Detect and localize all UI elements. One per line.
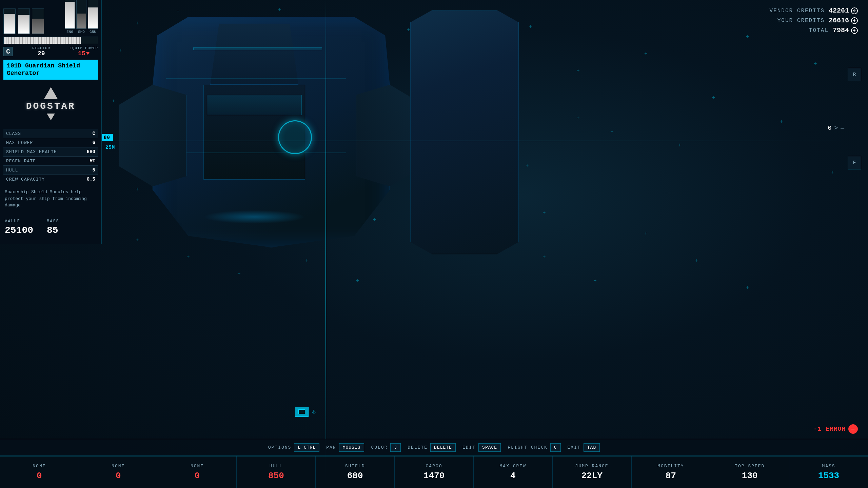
grid-mark: + [712,95,715,101]
toolbar-options: OPTIONS L CTRL [268,443,319,452]
stat-mobility-value: 87 [666,471,676,481]
delete-key[interactable]: DELETE [430,443,456,452]
stat-label-max-power: MAX POWER [3,138,79,147]
counter-value: 0 [828,125,832,131]
stat-jump-range-label: JUMP RANGE [575,464,609,469]
grid-mark: + [526,163,529,169]
reactor-bar-container [3,37,98,44]
power-bar-label-gru: GRU [90,30,96,34]
stat-top-speed: TOP SPEED 130 [710,456,789,488]
manufacturer-name: DOGSTAR [3,101,98,111]
stat-jump-range: JUMP RANGE 22LY [553,456,632,488]
stat-none-2-value: 0 [116,471,121,481]
item-stats-table: CLASS C MAX POWER 6 SHIELD MAX HEALTH 68… [3,129,98,184]
value-number: 25100 [5,225,33,236]
f-button[interactable]: F [848,156,861,169]
grid-mark: + [644,230,648,237]
color-key[interactable]: J [390,443,401,452]
toolbar-exit: EXIT TAB [568,443,600,452]
stat-max-crew-label: MAX CREW [500,464,526,469]
stat-none-1-value: 0 [37,471,42,481]
grid-mark: + [542,254,546,260]
grid-mark: + [305,258,309,264]
your-credits-value: 26616 ⊙ [829,17,858,24]
grid-mark: + [186,254,190,260]
selected-item-header[interactable]: 101D Guardian Shield Generator [3,60,98,80]
reactor-equip-row: C REACTOR 29 EQUIP POWER 15 [3,46,98,57]
value-label: VALUE [5,219,33,224]
power-bar-sho [76,0,86,29]
power-bar-label-sho: SHO [78,30,85,34]
bottom-toolbar: OPTIONS L CTRL PAN MOUSE3 COLOR J DELETE… [0,439,868,456]
grid-mark: + [136,237,139,243]
total-credits-label: TOTAL [809,27,829,34]
vendor-credits-icon: ⊙ [851,7,858,14]
exit-key[interactable]: TAB [584,443,600,452]
error-circle: — [848,424,858,434]
vendor-credits-value: 42261 ⊙ [829,7,858,15]
grid-mark: + [542,210,546,216]
stat-label-crew-capacity: CREW CAPACITY [3,175,79,184]
shield-indicator [278,120,312,154]
stat-none-3-label: NONE [191,464,204,469]
stat-cargo-label: CARGO [426,464,442,469]
stat-shield: SHIELD 680 [316,456,395,488]
game-background: + + + + + + + + + + + + + + + + + + + + … [0,0,868,488]
reactor-label: REACTOR [32,46,50,50]
toolbar-flight-check: FLIGHT CHECK C [508,443,560,452]
ship-info-panel: ENG SHO GRU C REACTOR 29 [0,0,102,244]
stat-row-class: CLASS C [3,129,98,138]
stat-hull-value: 850 [268,471,284,481]
ship-3d-view [119,17,424,220]
grid-mark: + [644,51,648,57]
exit-label: EXIT [568,445,581,450]
stat-value-shield-health: 680 [79,147,98,157]
grid-mark: + [356,278,359,284]
power-bar-fill-2 [18,15,29,34]
mass-label: MASS [47,219,59,224]
edit-key[interactable]: SPACE [478,443,501,452]
power-bar-eng [65,0,75,29]
grid-mark: + [176,8,180,15]
grid-mark: + [695,258,698,264]
value-mass-section: VALUE 25100 MASS 85 [3,216,98,239]
vendor-credits-label: VENDOR CREDITS [770,8,825,14]
value-item: VALUE 25100 [5,219,33,236]
power-bar-group-2 [18,8,30,34]
grid-mark: + [746,285,749,291]
r-button[interactable]: R [848,68,861,81]
stat-none-3: NONE 0 [158,456,237,488]
grid-mark: + [112,98,115,104]
power-arrow-down [86,52,90,55]
power-bar-group-sho: SHO [76,0,86,34]
map-marker-25m: 25M [103,144,117,151]
stat-value-regen-rate: 5% [79,157,98,166]
manufacturer-logo: DOGSTAR [3,84,98,124]
stat-hull: HULL 850 [237,456,316,488]
options-key[interactable]: L CTRL [294,443,319,452]
stat-row-hull: HULL 5 [3,166,98,175]
vendor-credits-row: VENDOR CREDITS 42261 ⊙ [770,7,858,15]
power-bar-group-3 [32,8,44,34]
total-credits-icon: ⊙ [851,27,858,34]
grid-mark: + [529,24,532,30]
stat-top-speed-value: 130 [742,471,758,481]
stat-value-class: C [79,129,98,138]
power-bar-group-eng: ENG [65,0,75,34]
color-label: COLOR [371,445,388,450]
stat-jump-range-value: 22LY [581,471,602,481]
power-bar-fill-1 [4,14,15,34]
power-bar-group-1 [3,8,16,34]
grid-mark: + [576,68,580,74]
grid-mark: + [278,7,281,13]
power-bar-3 [32,8,44,34]
stat-max-crew: MAX CREW 4 [474,456,553,488]
reactor-grade: C [3,47,13,56]
stat-mobility-label: MOBILITY [657,464,684,469]
pan-key[interactable]: MOUSE3 [339,443,364,452]
stat-shield-label: SHIELD [345,464,365,469]
edit-label: EDIT [462,445,476,450]
flight-check-key[interactable]: C [550,443,561,452]
power-bars-section: ENG SHO GRU [3,3,98,34]
stat-label-class: CLASS [3,129,79,138]
